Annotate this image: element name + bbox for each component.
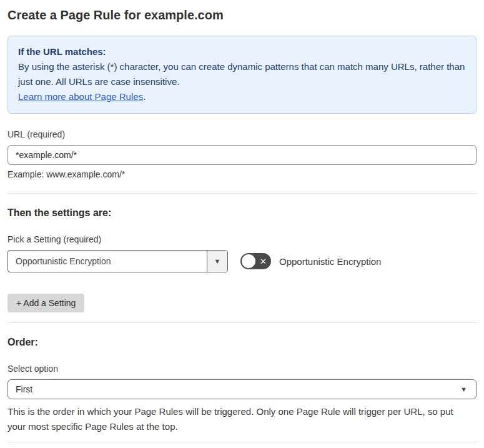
order-section-heading: Order: bbox=[7, 336, 477, 348]
toggle-off-x-icon: ✕ bbox=[260, 257, 267, 266]
divider bbox=[7, 322, 477, 323]
link-period: . bbox=[143, 91, 146, 102]
divider bbox=[7, 193, 477, 194]
order-help-text: This is the order in which your Page Rul… bbox=[7, 404, 473, 434]
url-field-label: URL (required) bbox=[7, 129, 477, 140]
info-box-heading: If the URL matches: bbox=[18, 44, 466, 59]
page-rule-form: Create a Page Rule for example.com If th… bbox=[0, 0, 484, 448]
page-title: Create a Page Rule for example.com bbox=[7, 7, 477, 22]
url-matches-info-box: If the URL matches: By using the asteris… bbox=[7, 36, 477, 114]
url-example-text: Example: www.example.com/* bbox=[7, 169, 477, 180]
info-box-link-line: Learn more about Page Rules. bbox=[18, 89, 466, 104]
order-select-label: Select option bbox=[7, 364, 477, 374]
opportunistic-encryption-toggle[interactable]: ✕ bbox=[240, 253, 271, 269]
chevron-down-icon: ▼ bbox=[460, 386, 467, 393]
order-select-value: First bbox=[16, 384, 32, 394]
toggle-label: Opportunistic Encryption bbox=[279, 256, 381, 267]
learn-more-link[interactable]: Learn more about Page Rules bbox=[18, 91, 143, 102]
setting-row: Opportunistic Encryption ▼ ✕ Opportunist… bbox=[7, 250, 477, 272]
info-box-body: By using the asterisk (*) character, you… bbox=[18, 59, 466, 89]
url-input[interactable] bbox=[7, 145, 477, 165]
add-setting-button[interactable]: + Add a Setting bbox=[7, 294, 84, 312]
divider bbox=[7, 442, 477, 442]
chevron-down-icon[interactable]: ▼ bbox=[207, 251, 227, 272]
setting-dropdown-value: Opportunistic Encryption bbox=[8, 251, 207, 272]
pick-setting-label: Pick a Setting (required) bbox=[7, 234, 477, 245]
setting-dropdown[interactable]: Opportunistic Encryption ▼ bbox=[7, 250, 228, 272]
settings-section-heading: Then the settings are: bbox=[7, 207, 477, 219]
order-select[interactable]: First ▼ bbox=[7, 379, 477, 399]
toggle-knob bbox=[242, 254, 255, 268]
